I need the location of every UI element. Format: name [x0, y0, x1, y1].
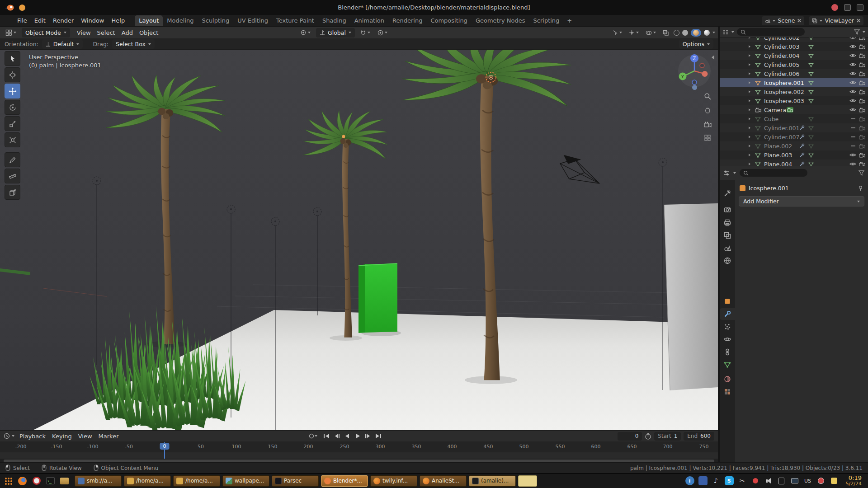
- pin-icon[interactable]: [858, 185, 863, 191]
- unlink-scene-icon[interactable]: [797, 19, 801, 23]
- properties-editor-icon[interactable]: [723, 170, 730, 176]
- hide-toggle-icon[interactable]: [849, 162, 856, 166]
- hide-toggle-icon[interactable]: [849, 53, 856, 58]
- filter-icon[interactable]: [854, 29, 860, 35]
- remove-viewlayer-icon[interactable]: [856, 19, 860, 23]
- expand-arrow-icon[interactable]: [749, 81, 750, 84]
- workspace-tab[interactable]: UV Editing: [233, 15, 272, 26]
- hide-toggle-icon[interactable]: [849, 80, 856, 85]
- hide-toggle-icon[interactable]: [849, 153, 856, 157]
- move-tool[interactable]: [5, 84, 20, 99]
- hide-toggle-icon[interactable]: [849, 44, 856, 49]
- viewport-menu[interactable]: Select: [94, 29, 118, 36]
- properties-tab-modifiers[interactable]: [720, 308, 735, 320]
- outliner-row[interactable]: Cylinder.007: [720, 132, 868, 141]
- topbar-menu[interactable]: Help: [108, 17, 129, 24]
- add-workspace-button[interactable]: +: [563, 17, 576, 24]
- expand-arrow-icon[interactable]: [749, 154, 750, 156]
- gizmos-button[interactable]: [627, 28, 641, 38]
- properties-tab-object[interactable]: [720, 296, 735, 307]
- expand-arrow-icon[interactable]: [749, 127, 750, 129]
- outliner-row[interactable]: Camera: [720, 105, 868, 114]
- measure-tool[interactable]: [5, 169, 20, 183]
- workspace-tab[interactable]: Compositing: [426, 15, 472, 26]
- render-visibility-icon[interactable]: [859, 44, 865, 49]
- tray-icon[interactable]: [790, 476, 799, 485]
- outliner-row[interactable]: Icosphere.001: [720, 78, 868, 87]
- properties-tab-data[interactable]: [720, 359, 735, 371]
- render-visibility-icon[interactable]: [859, 62, 865, 67]
- properties-tab-render[interactable]: [720, 204, 735, 216]
- workspace-tab[interactable]: Sculpting: [198, 15, 233, 26]
- orientation-dropdown[interactable]: Global: [316, 28, 355, 38]
- viewport-menu[interactable]: Object: [136, 29, 161, 36]
- scene-selector[interactable]: Scene: [762, 16, 804, 25]
- taskbar-window-button[interactable]: Blender*...: [321, 475, 368, 487]
- transform-pivot-button[interactable]: [298, 28, 312, 38]
- collapse-panel-arrow[interactable]: [712, 55, 714, 60]
- tray-icon[interactable]: [764, 476, 773, 485]
- render-visibility-icon[interactable]: [859, 99, 865, 103]
- tray-icon[interactable]: [751, 476, 760, 485]
- options-dropdown[interactable]: Options: [679, 39, 713, 49]
- expand-arrow-icon[interactable]: [749, 63, 750, 66]
- shading-wireframe-button[interactable]: [674, 30, 679, 36]
- hidden-dash-icon[interactable]: [851, 136, 855, 137]
- outliner-row[interactable]: Plane.004: [720, 160, 868, 166]
- expand-arrow-icon[interactable]: [749, 136, 750, 138]
- hide-toggle-icon[interactable]: [849, 62, 856, 67]
- proportional-editing-button[interactable]: [376, 28, 389, 38]
- expand-arrow-icon[interactable]: [749, 72, 750, 75]
- expand-arrow-icon[interactable]: [749, 90, 750, 93]
- render-visibility-icon[interactable]: [859, 71, 865, 76]
- render-visibility-icon[interactable]: [859, 89, 865, 94]
- playhead-frame-badge[interactable]: 0: [160, 443, 170, 450]
- outliner-row[interactable]: Cylinder.006: [720, 69, 868, 78]
- outliner-editor-icon[interactable]: [722, 29, 729, 35]
- navigation-gizmo[interactable]: Z Y: [676, 52, 712, 89]
- overlays-button[interactable]: [644, 28, 658, 38]
- render-visibility-icon[interactable]: [859, 117, 865, 122]
- workspace-tab[interactable]: Modeling: [163, 15, 198, 26]
- hide-toggle-icon[interactable]: [849, 71, 856, 76]
- workspace-tab[interactable]: Texture Paint: [272, 15, 318, 26]
- add-modifier-button[interactable]: Add Modifier: [739, 196, 864, 206]
- snap-toggle-button[interactable]: [359, 28, 372, 38]
- topbar-menu[interactable]: Window: [77, 17, 108, 24]
- tray-icon[interactable]: S: [725, 476, 734, 485]
- timeline-menu[interactable]: Marker: [95, 433, 122, 440]
- render-visibility-icon[interactable]: [859, 153, 865, 158]
- outliner-row[interactable]: Plane.003: [720, 150, 868, 160]
- annotate-tool[interactable]: [5, 152, 20, 167]
- cursor-tool[interactable]: [5, 67, 20, 82]
- expand-arrow-icon[interactable]: [749, 108, 750, 111]
- timeline-menu[interactable]: View: [75, 433, 95, 440]
- taskbar-window-button[interactable]: smb://a...: [75, 475, 122, 487]
- scrollbar-thumb[interactable]: [4, 460, 714, 462]
- current-frame-field[interactable]: 0: [618, 432, 642, 441]
- media-launcher[interactable]: [31, 475, 42, 487]
- shading-material-button[interactable]: [691, 29, 701, 37]
- taskbar-window-button[interactable]: AnalieSt...: [420, 475, 467, 487]
- timeline-menu[interactable]: Playback: [16, 433, 49, 440]
- properties-tab-material[interactable]: [720, 373, 735, 385]
- expand-arrow-icon[interactable]: [749, 54, 750, 57]
- taskbar-window-button[interactable]: [518, 475, 537, 487]
- zoom-button[interactable]: [702, 90, 713, 102]
- outliner-row[interactable]: Cylinder.001: [720, 123, 868, 132]
- workspace-tab[interactable]: Shading: [318, 15, 350, 26]
- xray-toggle-button[interactable]: [661, 28, 670, 38]
- expand-arrow-icon[interactable]: [749, 145, 750, 147]
- active-camera-icon[interactable]: [787, 107, 793, 113]
- viewport-menu[interactable]: View: [74, 29, 94, 36]
- tray-icon[interactable]: [698, 476, 708, 485]
- topbar-menu[interactable]: Render: [49, 17, 77, 24]
- jump-to-start-button[interactable]: [322, 432, 331, 440]
- file-manager-launcher[interactable]: [59, 475, 70, 487]
- expand-arrow-icon[interactable]: [749, 99, 750, 102]
- workspace-tab[interactable]: Scripting: [529, 15, 564, 26]
- shading-rendered-button[interactable]: [704, 30, 710, 36]
- workspace-tab[interactable]: Animation: [350, 15, 388, 26]
- orientation-setting-dropdown[interactable]: Default: [42, 39, 83, 49]
- outliner-row[interactable]: Plane.002: [720, 141, 868, 150]
